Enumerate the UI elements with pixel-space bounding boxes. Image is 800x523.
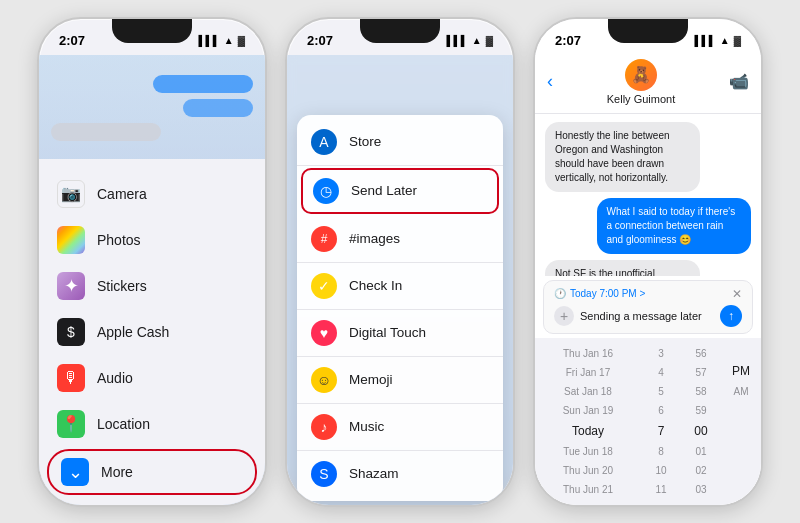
picker-day-thu: Thu Jan 16 bbox=[535, 344, 641, 363]
location-icon: 📍 bbox=[57, 410, 85, 438]
picker-periods[interactable]: PM AM bbox=[721, 344, 761, 499]
phone-1: 2:07 ▌▌▌ ▲ ▓ 📷 Camera Photos ✦ Stickers … bbox=[37, 17, 267, 507]
picker-day-sat: Sat Jan 18 bbox=[535, 382, 641, 401]
wifi-icon: ▲ bbox=[224, 35, 234, 46]
chat-background-2: A Store ◷ Send Later # #images ✓ Check I… bbox=[287, 55, 513, 505]
menu-item-memoji[interactable]: ☺ Memoji bbox=[297, 357, 503, 404]
time-2: 2:07 bbox=[307, 33, 333, 48]
applecash-label: Apple Cash bbox=[97, 324, 169, 340]
message-3: Not SF is the unofficial capital...maybe… bbox=[545, 260, 700, 276]
picker-hour-4: 4 bbox=[641, 363, 681, 382]
picker-hours[interactable]: 3 4 5 6 7 8 10 11 bbox=[641, 344, 681, 499]
contact-name: Kelly Guimont bbox=[607, 93, 675, 105]
picker-min-58: 58 bbox=[681, 382, 721, 401]
time-3: 2:07 bbox=[555, 33, 581, 48]
sendlater-label: Send Later bbox=[351, 183, 417, 198]
digital-icon: ♥ bbox=[311, 320, 337, 346]
shazam-label: Shazam bbox=[349, 466, 399, 481]
menu-item-sendlater[interactable]: ◷ Send Later bbox=[301, 168, 499, 214]
battery-icon: ▓ bbox=[238, 35, 245, 46]
signal-icon-2: ▌▌▌ bbox=[447, 35, 468, 46]
picker-minutes[interactable]: 56 57 58 59 00 01 02 03 bbox=[681, 344, 721, 499]
audio-icon: 🎙 bbox=[57, 364, 85, 392]
add-attachment-button[interactable]: + bbox=[554, 306, 574, 326]
menu-item-music[interactable]: ♪ Music bbox=[297, 404, 503, 451]
status-icons-2: ▌▌▌ ▲ ▓ bbox=[447, 35, 493, 46]
message-2: What I said to today if there's a connec… bbox=[597, 198, 752, 254]
wifi-icon-3: ▲ bbox=[720, 35, 730, 46]
sendlater-icon: ◷ bbox=[313, 178, 339, 204]
clock-icon: 🕐 bbox=[554, 288, 566, 299]
picker-hour-10: 10 bbox=[641, 461, 681, 480]
picker-row: Thu Jan 16 Fri Jan 17 Sat Jan 18 Sun Jan… bbox=[535, 344, 761, 499]
menu-item-store[interactable]: A Store bbox=[297, 119, 503, 166]
picker-day-thu3: Thu Jun 21 bbox=[535, 480, 641, 499]
images-label: #images bbox=[349, 231, 400, 246]
checkin-icon: ✓ bbox=[311, 273, 337, 299]
send-button[interactable]: ↑ bbox=[720, 305, 742, 327]
drawer-item-stickers[interactable]: ✦ Stickers bbox=[39, 263, 265, 309]
picker-period-pm: PM bbox=[721, 360, 761, 382]
digital-label: Digital Touch bbox=[349, 325, 426, 340]
time-picker: Thu Jan 16 Fri Jan 17 Sat Jan 18 Sun Jan… bbox=[535, 338, 761, 505]
status-icons-1: ▌▌▌ ▲ ▓ bbox=[199, 35, 245, 46]
chat-bubble-2 bbox=[183, 99, 253, 117]
picker-hour-8: 8 bbox=[641, 442, 681, 461]
drawer-item-applecash[interactable]: $ Apple Cash bbox=[39, 309, 265, 355]
store-label: Store bbox=[349, 134, 381, 149]
send-later-input[interactable]: Sending a message later bbox=[580, 310, 714, 322]
send-later-bar: 🕐 Today 7:00 PM > ✕ + Sending a message … bbox=[543, 280, 753, 334]
back-button[interactable]: ‹ bbox=[547, 71, 553, 92]
phone-3: 2:07 ▌▌▌ ▲ ▓ ‹ 🧸 Kelly Guimont 📹 Honestl… bbox=[533, 17, 763, 507]
picker-min-57: 57 bbox=[681, 363, 721, 382]
phone-2: 2:07 ▌▌▌ ▲ ▓ A Store ◷ Send Later # #ima… bbox=[285, 17, 515, 507]
picker-day-sun: Sun Jan 19 bbox=[535, 401, 641, 420]
memoji-label: Memoji bbox=[349, 372, 393, 387]
chat-messages: Honestly the line between Oregon and Was… bbox=[535, 114, 761, 276]
video-call-icon[interactable]: 📹 bbox=[729, 72, 749, 91]
picker-day-today: Today bbox=[535, 420, 641, 442]
picker-hour-5: 5 bbox=[641, 382, 681, 401]
drawer-item-audio[interactable]: 🎙 Audio bbox=[39, 355, 265, 401]
time-1: 2:07 bbox=[59, 33, 85, 48]
drawer-item-photos[interactable]: Photos bbox=[39, 217, 265, 263]
more-label: More bbox=[101, 464, 133, 480]
battery-icon-2: ▓ bbox=[486, 35, 493, 46]
drawer-item-camera[interactable]: 📷 Camera bbox=[39, 171, 265, 217]
picker-period-am: AM bbox=[721, 382, 761, 401]
signal-icon-3: ▌▌▌ bbox=[695, 35, 716, 46]
checkin-label: Check In bbox=[349, 278, 402, 293]
notch-1 bbox=[112, 19, 192, 43]
send-later-input-row: + Sending a message later ↑ bbox=[554, 305, 742, 327]
images-icon: # bbox=[311, 226, 337, 252]
picker-hour-7: 7 bbox=[641, 420, 681, 442]
more-icon: ⌄ bbox=[61, 458, 89, 486]
contact-info: 🧸 Kelly Guimont bbox=[607, 59, 675, 105]
menu-item-images[interactable]: # #images bbox=[297, 216, 503, 263]
send-later-time[interactable]: 🕐 Today 7:00 PM > bbox=[554, 288, 645, 299]
camera-label: Camera bbox=[97, 186, 147, 202]
picker-hour-6: 6 bbox=[641, 401, 681, 420]
picker-day-thu2: Thu Jun 20 bbox=[535, 461, 641, 480]
photos-label: Photos bbox=[97, 232, 141, 248]
signal-icon: ▌▌▌ bbox=[199, 35, 220, 46]
picker-hour-3: 3 bbox=[641, 344, 681, 363]
menu-item-digital[interactable]: ♥ Digital Touch bbox=[297, 310, 503, 357]
picker-day-tue: Tue Jun 18 bbox=[535, 442, 641, 461]
menu-item-checkin[interactable]: ✓ Check In bbox=[297, 263, 503, 310]
notch-2 bbox=[360, 19, 440, 43]
message-1: Honestly the line between Oregon and Was… bbox=[545, 122, 700, 192]
status-icons-3: ▌▌▌ ▲ ▓ bbox=[695, 35, 741, 46]
memoji-icon: ☺ bbox=[311, 367, 337, 393]
picker-days[interactable]: Thu Jan 16 Fri Jan 17 Sat Jan 18 Sun Jan… bbox=[535, 344, 641, 499]
location-label: Location bbox=[97, 416, 150, 432]
music-label: Music bbox=[349, 419, 384, 434]
camera-icon: 📷 bbox=[57, 180, 85, 208]
music-icon: ♪ bbox=[311, 414, 337, 440]
drawer-item-location[interactable]: 📍 Location bbox=[39, 401, 265, 447]
close-sendlater-button[interactable]: ✕ bbox=[732, 287, 742, 301]
menu-item-shazam[interactable]: S Shazam bbox=[297, 451, 503, 497]
drawer-item-more[interactable]: ⌄ More bbox=[47, 449, 257, 495]
chat-bubble-3 bbox=[51, 123, 161, 141]
chat-header: ‹ 🧸 Kelly Guimont 📹 bbox=[535, 55, 761, 114]
